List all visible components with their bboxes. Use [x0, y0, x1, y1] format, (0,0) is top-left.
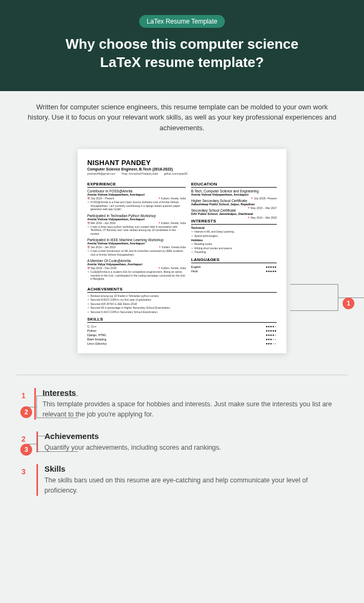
- explain-title: Skills: [44, 464, 343, 473]
- explain-text: The skills bars used on this resume are …: [44, 475, 343, 496]
- section-education: EDUCATION: [191, 182, 277, 188]
- achievement-item: Ranked among top 10 finalist in Tehradia…: [87, 294, 277, 298]
- achievement-item: Secured 83.4 percentage in Higher Second…: [87, 306, 277, 310]
- language-row: Hindi●●●●●: [191, 269, 277, 273]
- bracket-3: [36, 436, 78, 452]
- explain-num: 3: [21, 464, 29, 476]
- experience-item: A Member Of Code@Amrita Amrita Vidya Vid…: [87, 259, 186, 281]
- resume-contact: pnishant46@gmail.com Tirap, Arunachal Pr…: [87, 172, 277, 175]
- callout-2: 2: [20, 406, 32, 418]
- header: LaTex Resume Template Why choose this co…: [0, 0, 364, 91]
- section-achievements: ACHIEVEMENTS: [87, 287, 277, 293]
- section-interests: INTERESTS: [191, 219, 277, 225]
- badge: LaTex Resume Template: [139, 15, 225, 28]
- achievement-item: Secured 8.8/10 CGPA in my first year of …: [87, 298, 277, 302]
- skill-row: C, C++●●●●●: [87, 324, 277, 329]
- education-item: B.Tech, Computer Science and Engineering…: [191, 189, 277, 196]
- language-row: English●●●●●: [191, 265, 277, 269]
- explain-item: 3 Skills The skills bars used on this re…: [21, 464, 343, 496]
- page-title: Why choose this computer science LaTeX r…: [21, 35, 343, 72]
- achievement-item: Secured AIR 25764 in JEE Mains 2018: [87, 302, 277, 306]
- resume-subtitle: Computer Science Engineer, B.Tech (2018-…: [87, 167, 277, 171]
- skill-row: Linux (Ubuntu)●●●●●: [87, 341, 277, 346]
- resume-wrap: NISHANT PANDEY Computer Science Engineer…: [0, 144, 364, 375]
- achievement-item: Secured 9.4/10 CGPA in Secondary School …: [87, 310, 277, 314]
- experience-item: Participated In Techradian Python Worksh…: [87, 214, 186, 236]
- explain-num: 2: [21, 431, 29, 443]
- skill-row: Bash Scripting●●●●●: [87, 337, 277, 341]
- experience-item: Participated In IEEE Machine Learning Wo…: [87, 238, 186, 256]
- section-languages: LANGUAGES: [191, 257, 277, 263]
- bracket-1: [290, 284, 338, 311]
- bracket-2: [36, 396, 78, 418]
- skill-row: Python●●●●●: [87, 329, 277, 333]
- intro-text: Written for computer science engineers, …: [0, 91, 364, 144]
- experience-item: Contributor In FOSS@Amrita Amrita Vishwa…: [87, 189, 186, 211]
- skill-row: Django, HTML●●●●●: [87, 333, 277, 337]
- section-skills: SKILLS: [87, 317, 277, 323]
- resume-preview: NISHANT PANDEY Computer Science Engineer…: [78, 149, 286, 353]
- explain-num: 1: [21, 388, 27, 400]
- callout-3: 3: [20, 444, 32, 456]
- resume-name: NISHANT PANDEY: [87, 159, 277, 167]
- explain-text: This template provides a space for hobbi…: [42, 399, 343, 420]
- explain-title: Interests: [42, 388, 343, 397]
- callout-1: 1: [343, 297, 354, 309]
- section-experience: EXPERIENCE: [87, 182, 186, 188]
